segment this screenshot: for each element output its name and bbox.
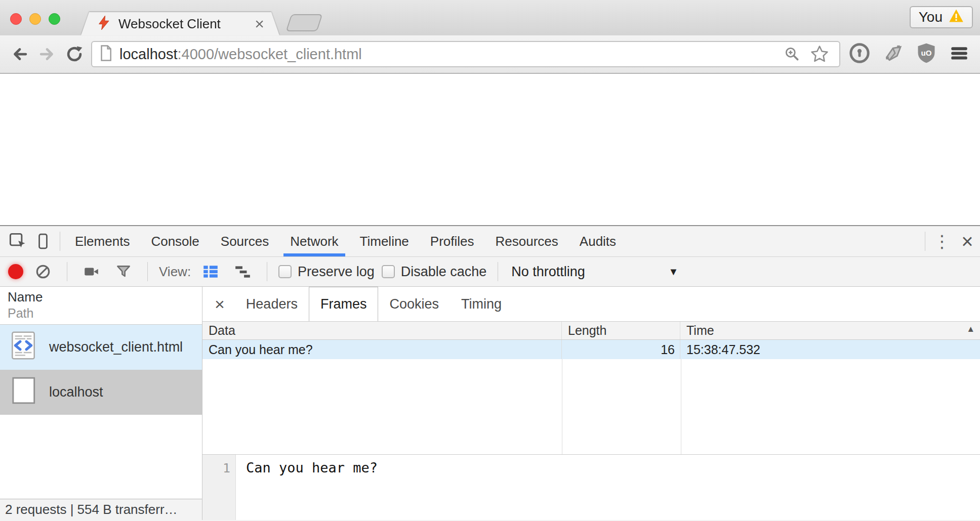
column-divider: [562, 359, 562, 454]
detail-tabbar: × Headers Frames Cookies Timing: [202, 287, 980, 321]
length-column-header[interactable]: Length: [562, 322, 680, 339]
url-host: localhost: [119, 46, 177, 62]
frames-table-empty-area: [202, 359, 980, 454]
request-name: localhost: [49, 384, 103, 400]
page-viewport: [0, 74, 980, 225]
url-path: :4000/websocket_client.html: [177, 46, 361, 62]
frame-payload-viewer: 1 Can you hear me?: [202, 454, 980, 520]
devtools-tabbar: Elements Console Sources Network Timelin…: [0, 226, 980, 256]
disable-cache-checkbox[interactable]: [382, 265, 395, 278]
close-window-button[interactable]: [10, 13, 22, 25]
zoom-in-page-icon[interactable]: [779, 40, 806, 68]
minimize-window-button[interactable]: [29, 13, 41, 25]
detail-tab-timing[interactable]: Timing: [450, 287, 513, 321]
column-divider: [681, 359, 681, 454]
preserve-log-checkbox[interactable]: [278, 265, 292, 278]
disable-cache-label[interactable]: Disable cache: [401, 264, 487, 280]
devtools-tab-network[interactable]: Network: [279, 226, 349, 256]
pixel-extension-icon[interactable]: [882, 42, 904, 66]
large-rows-icon[interactable]: [198, 259, 223, 284]
frame-payload-text[interactable]: Can you hear me?: [236, 455, 378, 520]
request-row-localhost[interactable]: localhost: [0, 370, 202, 415]
throttling-value: No throttling: [511, 264, 585, 280]
time-column-header[interactable]: Time ▲: [680, 322, 980, 339]
devtools-tab-console[interactable]: Console: [140, 226, 210, 256]
dropdown-arrow-icon: ▼: [668, 266, 678, 278]
separator: [60, 232, 60, 251]
filmstrip-camera-icon[interactable]: [78, 259, 104, 284]
devtools-tab-resources[interactable]: Resources: [485, 226, 569, 256]
devtools-tab-elements[interactable]: Elements: [64, 226, 140, 256]
forward-button[interactable]: [33, 40, 61, 68]
page-document-icon: [98, 45, 113, 64]
password-manager-extension-icon[interactable]: [848, 42, 871, 66]
separator: [925, 232, 925, 251]
requests-header[interactable]: Name Path: [0, 287, 202, 325]
view-label: View:: [159, 264, 191, 280]
back-button[interactable]: [6, 40, 33, 68]
address-bar[interactable]: localhost:4000/websocket_client.html: [91, 41, 840, 67]
devtools-tab-profiles[interactable]: Profiles: [420, 226, 485, 256]
devtools-close-icon[interactable]: ×: [955, 229, 980, 254]
devtools-panel: Elements Console Sources Network Timelin…: [0, 225, 980, 521]
request-name: websocket_client.html: [49, 339, 183, 355]
detail-tab-frames[interactable]: Frames: [309, 287, 379, 321]
path-column-header[interactable]: Path: [8, 306, 194, 321]
html-file-icon: [8, 330, 39, 365]
profile-button[interactable]: You: [910, 6, 973, 28]
detail-close-icon[interactable]: ×: [215, 294, 225, 314]
timeline-waterfall-icon[interactable]: [230, 259, 256, 284]
kebab-menu-icon[interactable]: ⋮: [929, 229, 955, 254]
window-titlebar: Websocket Client × You: [0, 0, 980, 35]
sort-ascending-icon[interactable]: ▲: [966, 324, 975, 334]
devtools-tab-audits[interactable]: Audits: [569, 226, 627, 256]
throttling-select[interactable]: No throttling ▼: [511, 264, 678, 280]
svg-text:uO: uO: [921, 49, 932, 57]
separator: [147, 262, 148, 281]
separator: [67, 262, 67, 281]
clear-icon[interactable]: [30, 259, 56, 284]
frame-data-cell: Can you hear me?: [202, 340, 562, 359]
devtools-tab-sources[interactable]: Sources: [210, 226, 279, 256]
frame-length-cell: 16: [562, 340, 680, 359]
filter-funnel-icon[interactable]: [111, 259, 136, 284]
detail-tab-cookies[interactable]: Cookies: [378, 287, 450, 321]
menu-hamburger-icon[interactable]: [949, 42, 970, 66]
url-text[interactable]: localhost:4000/websocket_client.html: [119, 46, 779, 63]
network-summary-status: 2 requests | 554 B transferr…: [0, 499, 202, 520]
favicon-lightning-icon: [96, 15, 111, 32]
requests-sidebar: Name Path: [0, 287, 202, 520]
separator: [267, 262, 267, 281]
ublock-shield-extension-icon[interactable]: uO: [915, 42, 937, 66]
frame-time-cell: 15:38:47.532: [680, 340, 980, 359]
browser-tab[interactable]: Websocket Client ×: [81, 12, 279, 35]
navigation-toolbar: localhost:4000/websocket_client.html: [0, 35, 980, 74]
profile-label: You: [919, 9, 943, 25]
name-column-header[interactable]: Name: [8, 289, 194, 305]
separator: [498, 262, 498, 281]
bookmark-star-icon[interactable]: [806, 40, 833, 68]
traffic-lights: [10, 13, 60, 25]
device-toolbar-icon[interactable]: [30, 229, 56, 254]
new-tab-button[interactable]: [285, 14, 322, 31]
tab-close-icon[interactable]: ×: [255, 16, 264, 32]
request-row-websocket[interactable]: websocket_client.html: [0, 325, 202, 370]
record-button[interactable]: [8, 264, 23, 279]
line-number-gutter: 1: [202, 455, 236, 520]
network-toolbar: View: Preserve log Disable cache No thro…: [0, 256, 980, 287]
tab-title: Websocket Client: [118, 16, 255, 32]
frame-row[interactable]: Can you hear me? 16 15:38:47.532: [202, 340, 980, 359]
devtools-tab-timeline[interactable]: Timeline: [349, 226, 420, 256]
detail-tab-headers[interactable]: Headers: [235, 287, 309, 321]
inspect-element-icon[interactable]: [5, 229, 30, 254]
warning-icon: [949, 9, 964, 26]
data-column-header[interactable]: Data: [202, 322, 562, 339]
plain-file-icon: [8, 375, 39, 410]
frames-table-header: Data Length Time ▲: [202, 321, 980, 340]
zoom-window-button[interactable]: [49, 13, 60, 25]
extension-buttons: uO: [848, 42, 970, 66]
reload-button[interactable]: [61, 40, 88, 68]
preserve-log-label[interactable]: Preserve log: [298, 264, 375, 280]
request-detail-pane: × Headers Frames Cookies Timing Data Len…: [202, 287, 980, 520]
